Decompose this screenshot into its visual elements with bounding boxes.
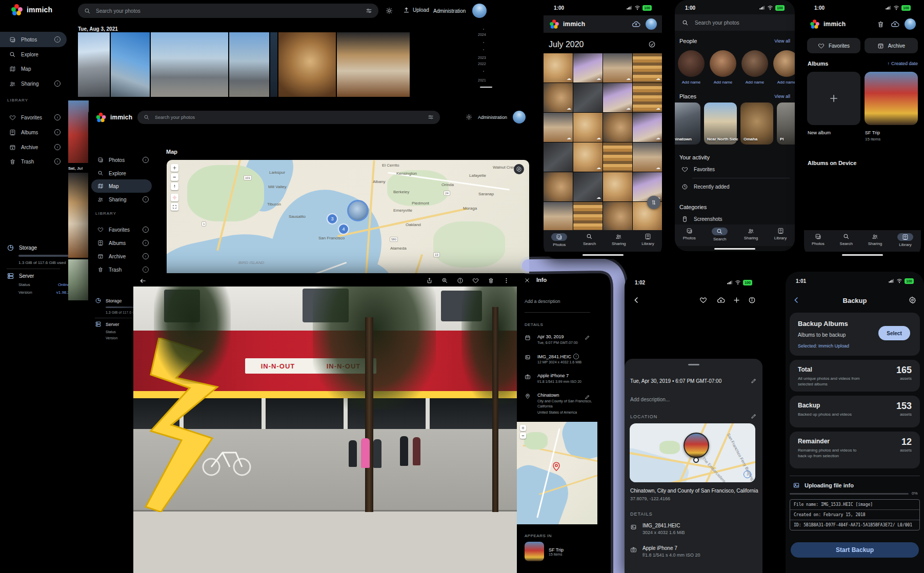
photo-tile[interactable] bbox=[603, 113, 632, 142]
sidebar-item-explore[interactable]: Explore bbox=[88, 166, 154, 180]
info-circle-icon[interactable]: i bbox=[143, 157, 149, 163]
nav-item-search[interactable]: Search bbox=[583, 233, 596, 246]
share-icon[interactable] bbox=[426, 277, 433, 284]
activity-recently-added[interactable]: Recently added bbox=[681, 183, 730, 190]
info-circle-icon[interactable]: i bbox=[143, 253, 149, 259]
add-plus-icon[interactable] bbox=[733, 296, 740, 304]
person-item[interactable]: Add name bbox=[678, 50, 705, 85]
sidebar-item-map[interactable]: Map bbox=[0, 62, 67, 76]
info-circle-icon[interactable]: i bbox=[143, 240, 149, 246]
info-circle-icon[interactable]: i bbox=[54, 36, 61, 43]
info-mini-map[interactable]: − bbox=[517, 422, 597, 524]
photo-tile[interactable]: ☁ bbox=[603, 53, 632, 83]
search-bar[interactable]: Search your photos bbox=[675, 14, 795, 31]
location-map[interactable]: San Francisco Ferry Building The Embarca… bbox=[630, 423, 755, 482]
cloud-sync-icon[interactable] bbox=[632, 20, 640, 29]
map-photo-marker[interactable] bbox=[347, 200, 369, 221]
photo-tile[interactable]: ☁ bbox=[544, 53, 573, 83]
people-view-all-link[interactable]: View all bbox=[774, 38, 790, 44]
photo-innout[interactable]: IN-N-OUT IN-N-OUT bbox=[133, 286, 517, 573]
person-item[interactable]: Add name bbox=[741, 50, 768, 85]
nav-item-library[interactable]: Library bbox=[774, 228, 787, 240]
archive-button[interactable]: Archive bbox=[865, 38, 918, 53]
back-chevron-icon[interactable] bbox=[633, 296, 640, 304]
place-tile[interactable]: Pl bbox=[777, 103, 795, 145]
nav-item-photos[interactable]: Photos bbox=[551, 233, 567, 247]
sidebar-item-explore[interactable]: Explore bbox=[0, 47, 67, 62]
map-zoom-out-button[interactable]: − bbox=[171, 173, 178, 181]
sidebar-item-favorites[interactable]: Favorites i bbox=[0, 110, 67, 125]
sidebar-item-albums[interactable]: Albums i bbox=[0, 125, 67, 139]
add-description-field[interactable]: Add a description bbox=[525, 299, 560, 304]
photo-thumbnail[interactable] bbox=[68, 100, 89, 163]
photo-tile[interactable] bbox=[603, 172, 632, 201]
back-icon[interactable] bbox=[139, 277, 147, 284]
select-all-check-icon[interactable] bbox=[648, 40, 656, 48]
appears-in-album[interactable]: SF Trip 15 items bbox=[525, 542, 564, 561]
photo-thumbnail[interactable] bbox=[270, 32, 277, 97]
user-avatar[interactable] bbox=[905, 18, 916, 30]
add-name-label[interactable]: Add name bbox=[741, 80, 768, 85]
user-avatar[interactable] bbox=[472, 4, 487, 18]
nav-item-sharing[interactable]: Sharing bbox=[868, 233, 882, 246]
place-tile[interactable]: Omaha bbox=[740, 103, 773, 145]
photo-tile[interactable] bbox=[573, 202, 602, 231]
photo-tile[interactable]: ☁ bbox=[544, 83, 573, 112]
edit-pencil-icon[interactable] bbox=[585, 335, 590, 340]
info-circle-icon[interactable]: i bbox=[143, 267, 149, 273]
info-circle-icon[interactable]: i bbox=[54, 114, 61, 120]
nav-item-photos[interactable]: Photos bbox=[683, 228, 696, 240]
select-button[interactable]: Select bbox=[878, 326, 910, 340]
photo-tile[interactable]: ☁ bbox=[603, 83, 632, 112]
administration-button[interactable]: Administration bbox=[433, 8, 466, 14]
info-circle-icon[interactable]: i bbox=[54, 129, 61, 135]
app-logo[interactable]: immich bbox=[11, 4, 52, 15]
album-card-sf-trip[interactable] bbox=[865, 72, 918, 125]
photo-tile[interactable]: ☁ bbox=[633, 113, 662, 142]
theme-toggle-icon[interactable] bbox=[466, 114, 472, 120]
albums-sort-button[interactable]: ↑ Created date bbox=[887, 61, 918, 66]
administration-button[interactable]: Administration bbox=[478, 115, 507, 120]
edit-pencil-icon[interactable] bbox=[751, 413, 757, 419]
search-input[interactable]: Search your photos bbox=[78, 4, 378, 18]
search-filter-icon[interactable] bbox=[428, 114, 434, 120]
timeline-scrubber[interactable]: 2024 2023 2022 2021 bbox=[476, 29, 493, 95]
photo-tile[interactable]: ☁ bbox=[573, 172, 602, 201]
info-circle-icon[interactable]: i bbox=[143, 196, 149, 202]
sidebar-item-sharing[interactable]: Sharing i bbox=[88, 192, 154, 207]
photo-thumbnail[interactable] bbox=[78, 32, 110, 97]
photo-tile[interactable]: ☁ bbox=[573, 53, 602, 83]
photo-tile[interactable] bbox=[603, 142, 632, 172]
edit-pencil-icon[interactable] bbox=[585, 394, 590, 400]
place-tile[interactable]: Near North Side bbox=[704, 103, 737, 145]
add-description-field[interactable]: Add description... bbox=[630, 397, 670, 402]
person-item[interactable]: Add name bbox=[710, 50, 736, 85]
new-album-card[interactable] bbox=[807, 72, 860, 125]
category-screenshots[interactable]: Screenshots bbox=[681, 216, 722, 222]
nav-item-photos[interactable]: Photos bbox=[812, 233, 825, 246]
edit-pencil-icon[interactable] bbox=[751, 378, 757, 384]
info-icon[interactable] bbox=[748, 296, 756, 304]
photo-thumbnail[interactable] bbox=[229, 32, 269, 97]
photo-tile[interactable] bbox=[544, 172, 573, 201]
search-input[interactable]: Search your photos bbox=[137, 111, 440, 124]
photo-thumbnail[interactable] bbox=[68, 173, 91, 258]
places-view-all-link[interactable]: View all bbox=[774, 94, 790, 99]
scrubber-handle[interactable] bbox=[480, 87, 492, 88]
upload-button[interactable]: Upload bbox=[403, 7, 429, 13]
delete-icon[interactable] bbox=[488, 277, 494, 284]
add-name-label[interactable]: Add name bbox=[710, 80, 736, 85]
nav-item-search[interactable]: Search bbox=[840, 233, 853, 246]
photo-tile[interactable] bbox=[544, 202, 573, 231]
sidebar-item-photos[interactable]: Photos i bbox=[0, 32, 67, 47]
info-circle-icon[interactable]: i bbox=[143, 227, 149, 233]
info-icon[interactable] bbox=[457, 277, 464, 284]
gear-icon[interactable] bbox=[909, 296, 916, 304]
info-circle-icon[interactable]: i bbox=[54, 158, 61, 165]
cloud-download-icon[interactable] bbox=[717, 296, 725, 304]
activity-favorites[interactable]: Favorites bbox=[681, 166, 715, 173]
sidebar-item-archive[interactable]: Archive i bbox=[0, 140, 67, 154]
sidebar-item-archive[interactable]: Archive i bbox=[88, 249, 154, 263]
close-icon[interactable] bbox=[524, 277, 530, 283]
sidebar-item-albums[interactable]: Albums i bbox=[88, 236, 154, 250]
